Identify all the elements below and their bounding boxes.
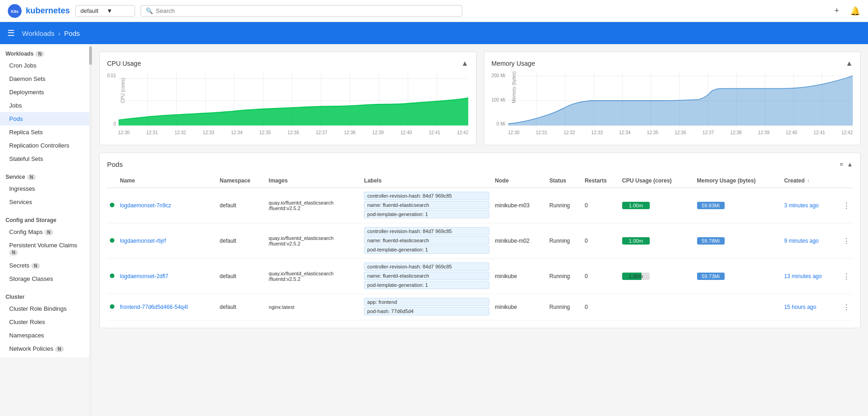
mem-x-label-0: 12:30	[508, 130, 520, 135]
sidebar-item-jobs[interactable]: Jobs	[0, 99, 91, 112]
svg-text:K8s: K8s	[11, 9, 19, 14]
col-cpu[interactable]: CPU Usage (cores)	[619, 174, 694, 188]
col-status-dot	[107, 174, 117, 188]
table-row: logdaemonset-2dfl7 default quay.io/fluen…	[107, 259, 853, 294]
label-chip: controller-revision-hash: 84d7 969c85	[364, 262, 489, 271]
mem-x-label-4: 12:34	[619, 130, 630, 135]
mem-x-label-3: 12:33	[591, 130, 603, 135]
filter-icon[interactable]: ≡	[840, 161, 844, 168]
row-cpu: 1.00m	[619, 259, 694, 294]
namespace-value: default	[80, 7, 104, 14]
search-icon: 🔍	[146, 7, 153, 14]
mem-x-label-10: 12:40	[786, 130, 797, 135]
sidebar-item-daemon-sets[interactable]: Daemon Sets	[0, 72, 91, 85]
sidebar-item-cluster-roles[interactable]: Cluster Roles	[0, 315, 91, 329]
sidebar-container: Workloads N Cron Jobs Daemon Sets Deploy…	[0, 44, 92, 416]
sidebar-section-cluster-label: Cluster	[6, 294, 24, 300]
row-menu: ⋮	[840, 259, 853, 294]
created-time-link[interactable]: 15 hours ago	[784, 304, 816, 310]
row-images: quay.io/fluentd_elasticsearch/fluentd:v2…	[266, 259, 362, 294]
sort-icon: ↑	[807, 178, 809, 183]
search-input[interactable]	[156, 7, 457, 14]
row-node: minikube-m02	[492, 223, 546, 259]
table-collapse-button[interactable]: ▲	[847, 161, 853, 168]
pod-name-link[interactable]: logdaemonset-rbjrf	[120, 238, 166, 244]
cpu-x-label-2: 12:32	[175, 130, 186, 135]
cpu-x-label-9: 12:39	[372, 130, 384, 135]
label-chip: pod-template-generation: 1	[364, 210, 489, 218]
breadcrumb-workloads[interactable]: Workloads	[22, 29, 55, 37]
sidebar-section-header-workloads: Workloads N	[0, 48, 91, 59]
mem-y-tick-2: 100 Mi	[492, 97, 505, 103]
col-memory[interactable]: Memory Usage (bytes)	[694, 174, 782, 188]
row-context-menu-button[interactable]: ⋮	[843, 273, 850, 280]
sidebar-item-ingresses[interactable]: Ingresses	[0, 182, 91, 195]
mem-y-tick-1: 200 Mi	[492, 73, 505, 78]
row-cpu	[619, 294, 694, 320]
sidebar-scrollthumb	[89, 46, 92, 65]
sidebar-item-namespaces[interactable]: Namespaces	[0, 329, 91, 342]
row-namespace: default	[217, 188, 266, 223]
sidebar-section-workloads-label: Workloads	[6, 51, 34, 57]
cpu-chart-header: CPU Usage ▲	[107, 59, 469, 68]
row-context-menu-button[interactable]: ⋮	[843, 303, 850, 311]
created-time-link[interactable]: 3 minutes ago	[784, 202, 818, 209]
sidebar-item-stateful-sets[interactable]: Stateful Sets	[0, 152, 91, 165]
namespace-selector[interactable]: default ▼	[75, 5, 135, 17]
cpu-chart-title: CPU Usage	[107, 60, 141, 67]
sidebar: Workloads N Cron Jobs Daemon Sets Deploy…	[0, 44, 92, 357]
row-namespace: default	[217, 294, 266, 320]
sidebar-item-cluster-role-bindings[interactable]: Cluster Role Bindings	[0, 302, 91, 315]
cpu-x-label-12: 12:42	[457, 130, 468, 135]
col-node[interactable]: Node	[492, 174, 546, 188]
row-status-indicator	[107, 188, 117, 223]
row-labels: controller-revision-hash: 84d7 969c85 na…	[361, 259, 492, 294]
sidebar-item-replica-sets[interactable]: Replica Sets	[0, 125, 91, 139]
row-name: logdaemonset-7n9cz	[117, 188, 217, 223]
row-name: frontend-77d6d5d466-54q4l	[117, 294, 217, 320]
sidebar-item-config-maps[interactable]: Config Maps N	[0, 225, 91, 239]
bell-icon[interactable]: 🔔	[850, 6, 861, 17]
menu-icon[interactable]: ☰	[7, 28, 15, 38]
sidebar-item-pods[interactable]: Pods	[0, 112, 91, 125]
sidebar-item-replication-controllers[interactable]: Replication Controllers	[0, 139, 91, 152]
pod-name-link[interactable]: logdaemonset-7n9cz	[120, 202, 171, 209]
row-name: logdaemonset-2dfl7	[117, 259, 217, 294]
memory-usage-bar: 59.78Mi	[697, 237, 725, 245]
cpu-y-label: CPU (cores)	[120, 78, 125, 103]
sidebar-item-network-policies[interactable]: Network Policies N	[0, 342, 91, 355]
sidebar-item-persistent-volume-claims[interactable]: Persistent Volume Claims N	[0, 239, 91, 259]
sidebar-item-secrets[interactable]: Secrets N	[0, 259, 91, 272]
mem-x-label-6: 12:36	[675, 130, 686, 135]
sidebar-item-deployments[interactable]: Deployments	[0, 85, 91, 99]
label-chip: pod-template-generation: 1	[364, 281, 489, 289]
created-time-link[interactable]: 9 minutes ago	[784, 238, 818, 244]
sidebar-item-storage-classes[interactable]: Storage Classes	[0, 272, 91, 285]
pod-name-link[interactable]: frontend-77d6d5d466-54q4l	[120, 304, 188, 310]
memory-chart-collapse-button[interactable]: ▲	[845, 59, 853, 68]
add-icon[interactable]: +	[831, 6, 842, 17]
col-created[interactable]: Created ↑	[781, 174, 840, 188]
col-status[interactable]: Status	[547, 174, 582, 188]
col-namespace[interactable]: Namespace	[217, 174, 266, 188]
row-labels: controller-revision-hash: 84d7 969c85 na…	[361, 223, 492, 259]
sidebar-item-services[interactable]: Services	[0, 195, 91, 209]
row-context-menu-button[interactable]: ⋮	[843, 237, 850, 245]
col-images[interactable]: Images	[266, 174, 362, 188]
cpu-chart-collapse-button[interactable]: ▲	[461, 59, 469, 68]
row-context-menu-button[interactable]: ⋮	[843, 202, 850, 210]
cpu-y-tick-1: 0.01	[107, 73, 116, 78]
created-time-link[interactable]: 13 minutes ago	[784, 273, 822, 279]
sidebar-item-cron-jobs[interactable]: Cron Jobs	[0, 59, 91, 72]
pods-table-card: Pods ≡ ▲ Name Namespace Images Labels No…	[99, 153, 861, 328]
col-labels[interactable]: Labels	[361, 174, 492, 188]
table-row: frontend-77d6d5d466-54q4l default nginx:…	[107, 294, 853, 320]
search-bar[interactable]: 🔍	[141, 5, 462, 17]
status-dot-running	[110, 304, 114, 309]
row-images: quay.io/fluentd_elasticsearch/fluentd:v2…	[266, 223, 362, 259]
logo[interactable]: K8s kubernetes	[7, 4, 70, 18]
col-name[interactable]: Name	[117, 174, 217, 188]
pod-name-link[interactable]: logdaemonset-2dfl7	[120, 273, 168, 279]
col-restarts[interactable]: Restarts	[582, 174, 619, 188]
pods-table-header: Pods ≡ ▲	[107, 160, 853, 168]
